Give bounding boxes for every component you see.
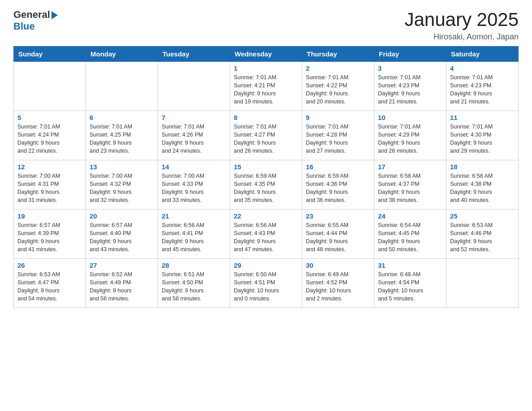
calendar-cell: 12Sunrise: 7:00 AM Sunset: 4:31 PM Dayli… <box>14 160 86 210</box>
day-info: Sunrise: 6:59 AM Sunset: 4:36 PM Dayligh… <box>306 172 370 205</box>
calendar-week-row: 5Sunrise: 7:01 AM Sunset: 4:24 PM Daylig… <box>14 111 519 160</box>
day-number: 25 <box>450 212 515 220</box>
calendar-header-monday: Monday <box>86 47 158 62</box>
day-info: Sunrise: 6:54 AM Sunset: 4:45 PM Dayligh… <box>378 221 442 254</box>
calendar-cell <box>158 62 230 111</box>
day-number: 12 <box>17 163 82 171</box>
title-block: January 2025 Hirosaki, Aomori, Japan <box>404 9 519 42</box>
calendar-cell: 31Sunrise: 6:48 AM Sunset: 4:54 PM Dayli… <box>374 259 446 308</box>
calendar-cell: 25Sunrise: 6:53 AM Sunset: 4:46 PM Dayli… <box>446 210 519 259</box>
logo: General Blue <box>13 9 58 32</box>
day-number: 6 <box>90 114 154 121</box>
day-info: Sunrise: 6:48 AM Sunset: 4:54 PM Dayligh… <box>378 270 442 303</box>
day-info: Sunrise: 6:57 AM Sunset: 4:39 PM Dayligh… <box>17 221 82 254</box>
calendar-cell: 15Sunrise: 6:59 AM Sunset: 4:35 PM Dayli… <box>230 160 302 210</box>
location-text: Hirosaki, Aomori, Japan <box>404 32 519 42</box>
calendar-cell: 5Sunrise: 7:01 AM Sunset: 4:24 PM Daylig… <box>14 111 86 160</box>
day-number: 10 <box>378 114 442 121</box>
day-info: Sunrise: 6:51 AM Sunset: 4:50 PM Dayligh… <box>162 270 226 303</box>
calendar-cell: 18Sunrise: 6:58 AM Sunset: 4:38 PM Dayli… <box>446 160 519 210</box>
calendar-cell: 3Sunrise: 7:01 AM Sunset: 4:23 PM Daylig… <box>374 62 446 111</box>
calendar-cell: 16Sunrise: 6:59 AM Sunset: 4:36 PM Dayli… <box>302 160 374 210</box>
day-number: 23 <box>306 212 370 220</box>
calendar-cell: 2Sunrise: 7:01 AM Sunset: 4:22 PM Daylig… <box>302 62 374 111</box>
day-info: Sunrise: 7:01 AM Sunset: 4:30 PM Dayligh… <box>450 123 515 155</box>
calendar-cell: 24Sunrise: 6:54 AM Sunset: 4:45 PM Dayli… <box>374 210 446 259</box>
calendar-cell: 10Sunrise: 7:01 AM Sunset: 4:29 PM Dayli… <box>374 111 446 160</box>
calendar-cell: 20Sunrise: 6:57 AM Sunset: 4:40 PM Dayli… <box>86 210 158 259</box>
day-info: Sunrise: 6:50 AM Sunset: 4:51 PM Dayligh… <box>234 270 298 303</box>
day-info: Sunrise: 7:01 AM Sunset: 4:29 PM Dayligh… <box>378 123 442 155</box>
calendar-table: SundayMondayTuesdayWednesdayThursdayFrid… <box>13 46 519 308</box>
day-info: Sunrise: 7:00 AM Sunset: 4:32 PM Dayligh… <box>90 172 154 205</box>
day-number: 26 <box>17 261 82 269</box>
day-info: Sunrise: 6:56 AM Sunset: 4:41 PM Dayligh… <box>162 221 226 254</box>
calendar-cell: 4Sunrise: 7:01 AM Sunset: 4:23 PM Daylig… <box>446 62 519 111</box>
calendar-cell: 28Sunrise: 6:51 AM Sunset: 4:50 PM Dayli… <box>158 259 230 308</box>
day-info: Sunrise: 7:01 AM Sunset: 4:28 PM Dayligh… <box>306 123 370 155</box>
calendar-cell <box>14 62 86 111</box>
calendar-week-row: 19Sunrise: 6:57 AM Sunset: 4:39 PM Dayli… <box>14 210 519 259</box>
day-number: 7 <box>162 114 226 121</box>
calendar-cell: 30Sunrise: 6:49 AM Sunset: 4:52 PM Dayli… <box>302 259 374 308</box>
day-number: 22 <box>234 212 298 220</box>
day-number: 5 <box>17 114 82 121</box>
day-number: 3 <box>378 64 442 72</box>
page-header: General Blue January 2025 Hirosaki, Aomo… <box>13 9 519 42</box>
calendar-header-sunday: Sunday <box>14 47 86 62</box>
day-info: Sunrise: 7:01 AM Sunset: 4:25 PM Dayligh… <box>90 123 154 155</box>
calendar-header-saturday: Saturday <box>446 47 519 62</box>
day-number: 21 <box>162 212 226 220</box>
day-number: 27 <box>90 261 154 269</box>
calendar-cell: 8Sunrise: 7:01 AM Sunset: 4:27 PM Daylig… <box>230 111 302 160</box>
day-number: 1 <box>234 64 298 72</box>
calendar-cell: 7Sunrise: 7:01 AM Sunset: 4:26 PM Daylig… <box>158 111 230 160</box>
calendar-cell: 13Sunrise: 7:00 AM Sunset: 4:32 PM Dayli… <box>86 160 158 210</box>
calendar-cell: 22Sunrise: 6:56 AM Sunset: 4:43 PM Dayli… <box>230 210 302 259</box>
day-number: 11 <box>450 114 515 121</box>
day-info: Sunrise: 7:01 AM Sunset: 4:24 PM Dayligh… <box>17 123 82 155</box>
day-info: Sunrise: 7:01 AM Sunset: 4:27 PM Dayligh… <box>234 123 298 155</box>
day-info: Sunrise: 6:58 AM Sunset: 4:37 PM Dayligh… <box>378 172 442 205</box>
day-info: Sunrise: 7:01 AM Sunset: 4:26 PM Dayligh… <box>162 123 226 155</box>
day-info: Sunrise: 7:01 AM Sunset: 4:21 PM Dayligh… <box>234 73 298 106</box>
logo-blue-text: Blue <box>13 21 35 32</box>
calendar-header-friday: Friday <box>374 47 446 62</box>
day-number: 2 <box>306 64 370 72</box>
day-info: Sunrise: 6:49 AM Sunset: 4:52 PM Dayligh… <box>306 270 370 303</box>
calendar-header-wednesday: Wednesday <box>230 47 302 62</box>
day-number: 14 <box>162 163 226 171</box>
day-info: Sunrise: 6:57 AM Sunset: 4:40 PM Dayligh… <box>90 221 154 254</box>
calendar-week-row: 26Sunrise: 6:53 AM Sunset: 4:47 PM Dayli… <box>14 259 519 308</box>
day-number: 19 <box>17 212 82 220</box>
logo-general-text: General <box>13 9 50 21</box>
day-info: Sunrise: 6:58 AM Sunset: 4:38 PM Dayligh… <box>450 172 515 205</box>
logo-arrow-icon <box>51 11 58 19</box>
calendar-cell: 19Sunrise: 6:57 AM Sunset: 4:39 PM Dayli… <box>14 210 86 259</box>
day-info: Sunrise: 7:01 AM Sunset: 4:22 PM Dayligh… <box>306 73 370 106</box>
calendar-cell: 1Sunrise: 7:01 AM Sunset: 4:21 PM Daylig… <box>230 62 302 111</box>
calendar-week-row: 12Sunrise: 7:00 AM Sunset: 4:31 PM Dayli… <box>14 160 519 210</box>
day-info: Sunrise: 6:59 AM Sunset: 4:35 PM Dayligh… <box>234 172 298 205</box>
day-number: 15 <box>234 163 298 171</box>
day-info: Sunrise: 7:01 AM Sunset: 4:23 PM Dayligh… <box>378 73 442 106</box>
day-info: Sunrise: 6:53 AM Sunset: 4:47 PM Dayligh… <box>17 270 82 303</box>
calendar-cell <box>446 259 519 308</box>
calendar-cell: 11Sunrise: 7:01 AM Sunset: 4:30 PM Dayli… <box>446 111 519 160</box>
day-number: 29 <box>234 261 298 269</box>
day-number: 9 <box>306 114 370 121</box>
day-number: 16 <box>306 163 370 171</box>
day-number: 28 <box>162 261 226 269</box>
calendar-cell: 26Sunrise: 6:53 AM Sunset: 4:47 PM Dayli… <box>14 259 86 308</box>
day-info: Sunrise: 7:01 AM Sunset: 4:23 PM Dayligh… <box>450 73 515 106</box>
day-info: Sunrise: 7:00 AM Sunset: 4:33 PM Dayligh… <box>162 172 226 205</box>
calendar-cell: 17Sunrise: 6:58 AM Sunset: 4:37 PM Dayli… <box>374 160 446 210</box>
calendar-cell: 6Sunrise: 7:01 AM Sunset: 4:25 PM Daylig… <box>86 111 158 160</box>
day-info: Sunrise: 6:55 AM Sunset: 4:44 PM Dayligh… <box>306 221 370 254</box>
day-info: Sunrise: 7:00 AM Sunset: 4:31 PM Dayligh… <box>17 172 82 205</box>
day-number: 17 <box>378 163 442 171</box>
calendar-header-row: SundayMondayTuesdayWednesdayThursdayFrid… <box>14 47 519 62</box>
calendar-header-thursday: Thursday <box>302 47 374 62</box>
day-info: Sunrise: 6:56 AM Sunset: 4:43 PM Dayligh… <box>234 221 298 254</box>
day-number: 4 <box>450 64 515 72</box>
